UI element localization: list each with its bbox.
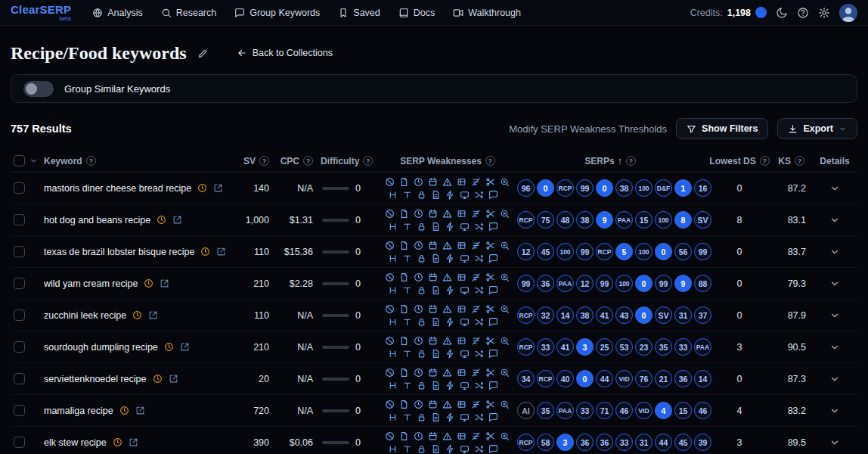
keyword-text[interactable]: wild yam cream recipe: [44, 278, 138, 289]
alert-triangle-icon[interactable]: [442, 367, 453, 378]
zap-icon[interactable]: [445, 443, 456, 454]
serp-badge[interactable]: 58: [537, 434, 554, 451]
serp-badge[interactable]: 0: [655, 243, 672, 260]
serp-badge[interactable]: PAA: [615, 211, 633, 229]
title-icon[interactable]: [401, 412, 413, 423]
row-checkbox[interactable]: [14, 182, 25, 194]
table-icon[interactable]: [456, 272, 467, 283]
nav-item-saved[interactable]: Saved: [338, 8, 380, 18]
row-checkbox[interactable]: [14, 278, 25, 289]
title-icon[interactable]: [401, 443, 413, 454]
serp-badge[interactable]: 96: [517, 179, 535, 197]
file-text-icon[interactable]: [430, 316, 442, 328]
serp-badge[interactable]: 34: [517, 370, 535, 387]
zap-icon[interactable]: [445, 380, 456, 391]
shuffle-icon[interactable]: [473, 253, 485, 264]
calendar-icon[interactable]: [427, 367, 439, 378]
nav-item-docs[interactable]: Docs: [398, 8, 435, 18]
strikethrough-icon[interactable]: [470, 272, 482, 283]
search-x-icon[interactable]: [499, 335, 510, 347]
serp-badge[interactable]: 33: [576, 402, 594, 419]
row-expand-chevron-icon[interactable]: [829, 310, 840, 321]
display-icon[interactable]: [459, 253, 470, 264]
serp-badge[interactable]: 15: [635, 211, 653, 229]
serp-badge[interactable]: PAA: [556, 402, 574, 419]
alert-triangle-icon[interactable]: [442, 208, 453, 219]
col-serp-weaknesses[interactable]: SERP Weaknesses?: [384, 156, 511, 166]
shuffle-icon[interactable]: [473, 348, 485, 359]
serp-badge[interactable]: 100: [635, 243, 653, 260]
heading-icon[interactable]: [387, 443, 398, 454]
serp-badge[interactable]: 15: [674, 402, 692, 419]
title-icon[interactable]: [401, 380, 413, 391]
calendar-icon[interactable]: [427, 303, 439, 315]
col-keyword[interactable]: Keyword?: [44, 156, 234, 166]
search-x-icon[interactable]: [499, 399, 510, 410]
alert-triangle-icon[interactable]: [442, 272, 453, 283]
nav-item-walkthrough[interactable]: Walkthrough: [453, 8, 521, 18]
clock-icon[interactable]: [413, 335, 424, 347]
link-off-icon[interactable]: [384, 399, 395, 410]
file-text-icon[interactable]: [430, 221, 442, 232]
title-icon[interactable]: [401, 316, 413, 328]
calendar-icon[interactable]: [427, 240, 439, 251]
history-icon[interactable]: [197, 183, 207, 193]
cpc-help-icon[interactable]: ?: [303, 156, 313, 166]
table-icon[interactable]: [456, 208, 467, 219]
serp-badge[interactable]: 1: [674, 179, 692, 197]
display-icon[interactable]: [459, 316, 470, 328]
lock-icon[interactable]: [416, 285, 427, 296]
clock-icon[interactable]: [413, 240, 424, 251]
search-x-icon[interactable]: [499, 431, 510, 442]
link-off-icon[interactable]: [384, 367, 395, 378]
serp-badge[interactable]: PAA: [556, 275, 574, 292]
shuffle-icon[interactable]: [473, 380, 485, 391]
serp-badge[interactable]: 99: [517, 275, 535, 292]
serp-badge[interactable]: 45: [537, 243, 554, 260]
alert-triangle-icon[interactable]: [442, 240, 453, 251]
heading-icon[interactable]: [387, 285, 398, 296]
strikethrough-icon[interactable]: [470, 240, 482, 251]
show-filters-button[interactable]: Show Filters: [676, 118, 768, 139]
serp-badge[interactable]: 44: [596, 370, 613, 387]
search-x-icon[interactable]: [499, 240, 510, 251]
group-similar-toggle[interactable]: [23, 81, 54, 97]
serp-badge[interactable]: 35: [537, 402, 554, 419]
serp-badge[interactable]: 36: [674, 370, 692, 387]
external-link-icon[interactable]: [135, 406, 145, 415]
external-link-icon[interactable]: [169, 374, 178, 384]
shuffle-icon[interactable]: [473, 443, 485, 454]
file-text-icon[interactable]: [430, 443, 442, 454]
keyword-text[interactable]: mastoris diner cheese bread recipe: [44, 183, 191, 194]
difficulty-help-icon[interactable]: ?: [363, 156, 373, 166]
clock-icon[interactable]: [413, 303, 424, 315]
title-icon[interactable]: [401, 348, 413, 359]
serp-badge[interactable]: 12: [517, 243, 535, 260]
file-icon[interactable]: [398, 303, 410, 315]
strikethrough-icon[interactable]: [470, 431, 482, 442]
scissors-icon[interactable]: [485, 431, 496, 442]
clock-icon[interactable]: [413, 399, 424, 410]
title-icon[interactable]: [401, 189, 413, 201]
col-ks[interactable]: KS?: [770, 156, 812, 166]
scissors-icon[interactable]: [485, 399, 496, 410]
comment-icon[interactable]: [488, 380, 499, 391]
serp-badge[interactable]: RCP: [556, 179, 574, 197]
scissors-icon[interactable]: [485, 367, 496, 378]
alert-triangle-icon[interactable]: [442, 176, 453, 188]
display-icon[interactable]: [459, 221, 470, 232]
external-link-icon[interactable]: [148, 310, 158, 320]
history-icon[interactable]: [164, 342, 174, 352]
history-icon[interactable]: [113, 437, 122, 447]
serp-badge[interactable]: 40: [556, 370, 574, 387]
serp-badge[interactable]: D&F: [655, 179, 672, 197]
search-x-icon[interactable]: [499, 303, 510, 315]
external-link-icon[interactable]: [180, 342, 190, 352]
serp-badge[interactable]: 0: [635, 306, 653, 324]
serp-badge[interactable]: 56: [674, 243, 692, 260]
shuffle-icon[interactable]: [473, 412, 485, 423]
display-icon[interactable]: [459, 380, 470, 391]
heading-icon[interactable]: [387, 412, 398, 423]
pencil-icon[interactable]: [194, 44, 212, 62]
scissors-icon[interactable]: [485, 240, 496, 251]
